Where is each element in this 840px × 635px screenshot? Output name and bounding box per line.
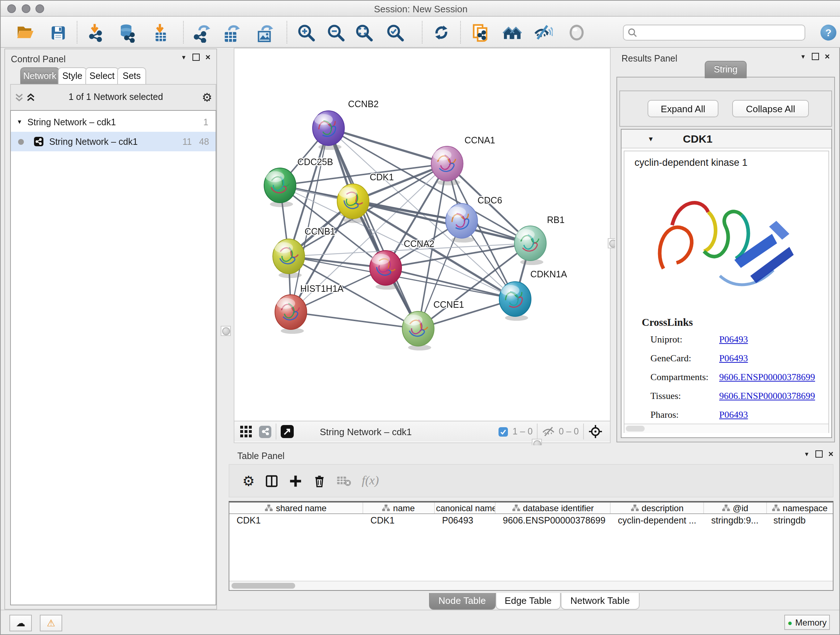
import-network-file-button[interactable] bbox=[85, 22, 106, 43]
compartments-link[interactable]: 9606.ENSP00000378699 bbox=[719, 371, 815, 383]
cell-namespace: stringdb bbox=[766, 516, 833, 526]
expand-all-button[interactable]: Expand All bbox=[647, 100, 718, 117]
network-label: String Network – cdk1 bbox=[49, 136, 138, 147]
save-session-button[interactable] bbox=[47, 22, 69, 43]
close-panel-icon[interactable]: × bbox=[205, 54, 210, 61]
zoom-out-icon bbox=[326, 23, 346, 42]
zoom-selected-button[interactable] bbox=[384, 22, 406, 43]
gene-card-header[interactable]: ▼ CDK1 bbox=[622, 130, 831, 149]
viewbar-separator bbox=[276, 424, 276, 440]
new-network-from-selection-button[interactable] bbox=[470, 22, 491, 43]
table-options-gear-icon[interactable]: ⚙ bbox=[242, 472, 255, 489]
export-image-button[interactable] bbox=[254, 22, 276, 43]
network-edge[interactable] bbox=[386, 268, 515, 299]
pharos-link[interactable]: P06493 bbox=[719, 409, 748, 421]
tab-node-table[interactable]: Node Table bbox=[429, 593, 495, 610]
column-header[interactable]: database identifier bbox=[496, 502, 611, 513]
memory-button[interactable]: ● Memory bbox=[784, 615, 830, 630]
hidden-eye-icon bbox=[542, 426, 555, 437]
hide-selected-button[interactable] bbox=[532, 22, 554, 43]
genecard-link[interactable]: P06493 bbox=[719, 353, 748, 364]
network-options-gear-icon[interactable]: ⚙ bbox=[202, 90, 212, 104]
column-header[interactable]: description bbox=[611, 502, 704, 513]
export-table-button[interactable] bbox=[221, 22, 242, 43]
tab-select[interactable]: Select bbox=[85, 67, 118, 85]
network-edge[interactable] bbox=[328, 128, 418, 329]
network-row[interactable]: String Network – cdk1 11 48 bbox=[11, 132, 216, 151]
toolbar-separator bbox=[422, 21, 423, 43]
search-input[interactable] bbox=[638, 25, 805, 40]
open-session-button[interactable] bbox=[14, 22, 36, 43]
export-network-button[interactable] bbox=[191, 22, 213, 43]
network-edge[interactable] bbox=[353, 201, 531, 243]
refresh-button[interactable] bbox=[431, 22, 452, 43]
cloud-services-button[interactable]: ☁ bbox=[9, 615, 32, 631]
collection-expand-icon[interactable]: ▼ bbox=[17, 119, 22, 125]
collapse-panel-icon[interactable]: ▼ bbox=[804, 451, 810, 457]
houses-icon bbox=[502, 22, 523, 43]
network-node-rb1[interactable]: RB1 bbox=[515, 215, 565, 265]
network-node-ccnb2[interactable]: CCNB2 bbox=[313, 99, 379, 150]
network-edge[interactable] bbox=[291, 312, 418, 329]
column-header[interactable]: name bbox=[363, 502, 435, 513]
column-header[interactable]: shared name bbox=[229, 502, 363, 513]
viewbar-separator bbox=[537, 424, 538, 440]
network-canvas[interactable]: CCNB2CCNA1CDC25BCDK1CDC6RB1CCNB1CCNA2CDK… bbox=[234, 48, 611, 443]
tab-network[interactable]: Network bbox=[20, 67, 59, 85]
show-columns-icon[interactable] bbox=[265, 474, 279, 488]
column-header[interactable]: @id bbox=[704, 502, 767, 513]
collapse-panel-icon[interactable]: ▼ bbox=[181, 54, 187, 60]
uniprot-link[interactable]: P06493 bbox=[719, 334, 748, 345]
tab-style[interactable]: Style bbox=[58, 67, 87, 85]
results-panel-title: Results Panel bbox=[622, 51, 677, 65]
delete-column-icon[interactable] bbox=[313, 474, 326, 488]
zoom-out-button[interactable] bbox=[325, 22, 347, 43]
network-view-icon[interactable] bbox=[259, 425, 271, 438]
table-row[interactable]: CDK1 CDK1 P06493 9606.ENSP00000378699 cy… bbox=[229, 514, 833, 527]
network-node-ccnb1[interactable]: CCNB1 bbox=[273, 226, 335, 278]
show-all-button-disabled[interactable] bbox=[566, 22, 587, 43]
tab-edge-table[interactable]: Edge Table bbox=[495, 593, 561, 610]
zoom-fit-button[interactable] bbox=[353, 22, 375, 43]
tab-string[interactable]: String bbox=[705, 61, 747, 78]
float-panel-icon[interactable] bbox=[193, 54, 200, 61]
view-network-name: String Network – cdk1 bbox=[320, 426, 412, 437]
help-button[interactable]: ? bbox=[821, 25, 836, 41]
collapse-all-button[interactable]: Collapse All bbox=[732, 100, 809, 117]
table-panel-title: Table Panel bbox=[237, 449, 285, 462]
float-panel-icon[interactable] bbox=[815, 450, 823, 458]
table-hscrollbar-thumb[interactable] bbox=[232, 583, 295, 589]
import-table-file-button[interactable] bbox=[149, 22, 171, 43]
selected-checkbox[interactable] bbox=[499, 427, 508, 436]
column-header[interactable]: namespace bbox=[767, 502, 833, 513]
gene-symbol: CDK1 bbox=[683, 133, 713, 145]
network-edge[interactable] bbox=[328, 128, 447, 164]
collapse-panel-icon[interactable]: ▼ bbox=[800, 53, 806, 60]
gene-expand-icon[interactable]: ▼ bbox=[647, 135, 654, 142]
table-hscrollbar[interactable] bbox=[229, 581, 833, 590]
zoom-in-button[interactable] bbox=[295, 22, 317, 43]
tissues-link[interactable]: 9606.ENSP00000378699 bbox=[719, 390, 815, 402]
collapse-all-icon[interactable] bbox=[14, 93, 24, 102]
tab-sets[interactable]: Sets bbox=[117, 67, 146, 85]
network-node-hist1h1a[interactable]: HIST1H1A bbox=[275, 283, 344, 334]
expand-all-icon[interactable] bbox=[26, 93, 35, 102]
network-collection-row[interactable]: ▼ String Network – cdk1 1 bbox=[11, 112, 216, 132]
column-header[interactable]: canonical name bbox=[435, 502, 496, 513]
gene-card-hscrollbar[interactable] bbox=[624, 424, 829, 433]
birds-eye-toggle-icon[interactable] bbox=[588, 424, 603, 439]
home-layout-button[interactable] bbox=[501, 22, 523, 43]
network-node-ccne1[interactable]: CCNE1 bbox=[402, 299, 464, 350]
float-panel-icon[interactable] bbox=[812, 53, 819, 60]
close-panel-icon[interactable]: × bbox=[825, 53, 830, 60]
vertical-splitter-handle-left[interactable] bbox=[221, 326, 231, 336]
grid-mode-icon[interactable] bbox=[240, 426, 252, 437]
search-box bbox=[623, 25, 805, 41]
network-node-cdkn1a[interactable]: CDKN1A bbox=[499, 269, 567, 321]
add-column-icon[interactable] bbox=[289, 474, 302, 488]
close-panel-icon[interactable]: × bbox=[829, 450, 834, 458]
warnings-button[interactable]: ⚠ bbox=[40, 615, 62, 631]
detach-view-button[interactable] bbox=[281, 425, 294, 438]
tab-network-table[interactable]: Network Table bbox=[561, 593, 639, 610]
import-network-database-button[interactable] bbox=[116, 22, 137, 43]
